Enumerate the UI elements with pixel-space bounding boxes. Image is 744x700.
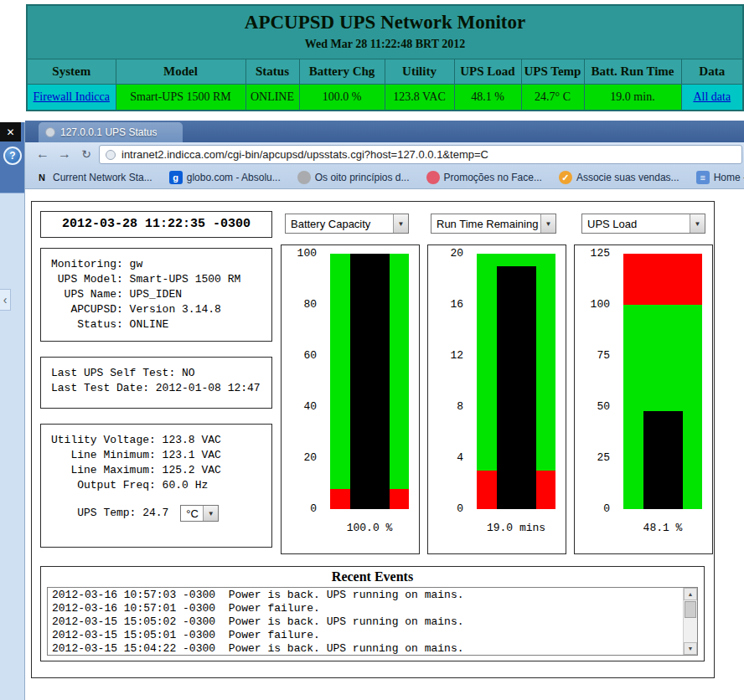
gauge-tick-label: 80 — [285, 298, 317, 311]
status-cell: ONLINE — [245, 85, 299, 111]
gauge-tick-label: 0 — [578, 502, 610, 515]
col-header-model: Model — [116, 59, 245, 85]
utility-cell: 123.8 VAC — [385, 85, 454, 111]
all-data-link[interactable]: All data — [693, 90, 731, 103]
bookmark-label: Home - Googl — [714, 172, 744, 183]
gauge-tick-label: 100 — [285, 247, 317, 260]
bookmark-item[interactable]: Os oito princípios d... — [297, 171, 410, 184]
forward-button[interactable]: → — [55, 145, 74, 163]
selftest-info-box: Last UPS Self Test: NO Last Test Date: 2… — [40, 357, 272, 409]
gauge-value-bar — [643, 411, 683, 509]
gauge-runtime-remaining: 048121620 19.0 mins — [427, 244, 566, 554]
col-header-data: Data — [681, 59, 743, 85]
gauge-axis: 0255075100125 — [578, 245, 610, 553]
url-text: intranet2.indicca.com/cgi-bin/apcupsd/up… — [121, 148, 488, 161]
question-icon: ? — [9, 150, 15, 162]
page-content: 2012-03-28 11:22:35 -0300 Battery Capaci… — [25, 189, 744, 700]
col-header-status: Status — [245, 59, 299, 85]
gauge-select-1[interactable]: Battery Capacity ▼ — [285, 214, 409, 234]
load-cell: 48.1 % — [454, 85, 521, 111]
reload-button[interactable]: ↻ — [77, 145, 96, 163]
bookmark-favicon: ✓ — [559, 171, 572, 184]
gauge-tick-label: 50 — [578, 400, 610, 413]
tab-favicon — [45, 127, 55, 137]
ups-temp-label: UPS Temp: 24.7 — [51, 506, 175, 521]
chevron-down-icon[interactable]: ▼ — [393, 214, 408, 233]
close-window-button[interactable]: ✕ — [0, 122, 21, 142]
utility-info-box: Utility Voltage: 123.8 VAC Line Minimum:… — [40, 424, 272, 548]
scroll-up-button[interactable]: ▲ — [684, 588, 697, 600]
temp-cell: 24.7° C — [521, 85, 584, 111]
events-scrollbar[interactable]: ▲ ▼ — [683, 588, 697, 655]
gauge-bar — [330, 254, 409, 509]
browser-toolbar: ← → ↻ intranet2.indicca.com/cgi-bin/apcu… — [25, 142, 744, 167]
gauge-zone — [623, 254, 702, 305]
gauge-value-label: 19.0 mins — [477, 522, 555, 534]
gauge-tick-label: 4 — [431, 451, 463, 464]
recent-events-title: Recent Events — [41, 569, 704, 584]
gauge-tick-label: 60 — [285, 349, 317, 362]
system-link[interactable]: Firewall Indicca — [34, 90, 110, 103]
monitor-info-text: Monitoring: gw UPS Model: Smart-UPS 1500… — [51, 257, 261, 332]
ups-temp-row: UPS Temp: 24.7 °C ▼ — [51, 505, 261, 522]
panel-collapse-button[interactable]: ‹ — [0, 289, 11, 311]
chevron-down-icon[interactable]: ▼ — [540, 214, 555, 233]
gauge-battery-capacity: 020406080100 100.0 % — [281, 244, 420, 554]
bookmark-favicon: ≡ — [696, 171, 710, 184]
gauge-tick-label: 8 — [431, 400, 463, 413]
bookmark-label: Os oito princípios d... — [315, 172, 410, 183]
gauge-value-bar — [350, 254, 390, 509]
bookmark-item[interactable]: Promoções no Face... — [426, 171, 542, 184]
events-text: 2012-03-16 10:57:03 -0300 Power is back.… — [48, 588, 697, 656]
temp-unit-select[interactable]: °C ▼ — [180, 505, 219, 522]
model-cell: Smart-UPS 1500 RM — [116, 85, 245, 111]
help-button[interactable]: ? — [3, 147, 22, 165]
chevron-down-icon[interactable]: ▼ — [203, 506, 218, 521]
gauge-tick-label: 40 — [285, 400, 317, 413]
gauge-select-3-value: UPS Load — [582, 218, 690, 230]
col-header-temp: UPS Temp — [521, 59, 584, 85]
bookmark-item[interactable]: gglobo.com - Absolu... — [169, 171, 281, 184]
tab-title: 127.0.0.1 UPS Status — [60, 126, 157, 138]
browser-tab[interactable]: 127.0.0.1 UPS Status — [39, 122, 183, 142]
chevron-down-icon[interactable]: ▼ — [690, 214, 705, 233]
bookmark-label: Associe suas vendas... — [576, 172, 679, 183]
bookmark-item[interactable]: NCurrent Network Sta... — [35, 171, 152, 184]
bookmark-favicon: g — [169, 171, 183, 184]
triangle-up-icon: ▲ — [688, 591, 694, 597]
col-header-battery: Battery Chg — [299, 59, 385, 85]
scrollbar-thumb[interactable] — [685, 601, 696, 618]
events-log[interactable]: 2012-03-16 10:57:03 -0300 Power is back.… — [47, 587, 698, 656]
gauge-select-3[interactable]: UPS Load ▼ — [581, 214, 705, 234]
bookmark-favicon — [297, 171, 311, 184]
gauge-select-1-value: Battery Capacity — [286, 218, 393, 230]
bookmark-item[interactable]: ✓Associe suas vendas... — [559, 171, 679, 184]
bookmark-favicon — [426, 171, 440, 184]
gauge-tick-label: 100 — [578, 298, 610, 311]
chevron-left-icon: ‹ — [3, 293, 8, 306]
back-button[interactable]: ← — [34, 145, 52, 163]
timestamp-box: 2012-03-28 11:22:35 -0300 — [40, 211, 272, 238]
triangle-down-icon: ▼ — [688, 646, 694, 651]
recent-events-panel: Recent Events 2012-03-16 10:57:03 -0300 … — [40, 566, 705, 661]
utility-info-text: Utility Voltage: 123.8 VAC Line Minimum:… — [51, 433, 261, 493]
gauge-select-2-value: Run Time Remaining — [431, 218, 540, 230]
gauge-bar — [623, 254, 702, 509]
bookmark-item[interactable]: ≡Home - Googl — [696, 171, 744, 184]
bookmark-favicon: N — [35, 171, 49, 184]
monitor-date: Wed Mar 28 11:22:48 BRT 2012 — [28, 38, 742, 51]
bookmark-label: Promoções no Face... — [444, 172, 542, 183]
bookmark-label: Current Network Sta... — [53, 172, 152, 183]
gauge-tick-label: 125 — [578, 247, 610, 260]
ups-monitor-table: APCUPSD UPS Network Monitor Wed Mar 28 1… — [26, 4, 744, 111]
system-cell: Firewall Indicca — [27, 85, 116, 111]
gauge-tick-label: 20 — [285, 451, 317, 464]
scroll-down-button[interactable]: ▼ — [684, 642, 697, 655]
gauge-ups-load: 0255075100125 48.1 % — [574, 244, 713, 554]
gauge-tick-label: 0 — [431, 502, 463, 515]
address-bar[interactable]: intranet2.indicca.com/cgi-bin/apcupsd/up… — [99, 145, 742, 164]
col-header-utility: Utility — [385, 59, 454, 85]
gauge-axis: 048121620 — [431, 245, 463, 553]
gauge-tick-label: 12 — [431, 349, 463, 362]
gauge-select-2[interactable]: Run Time Remaining ▼ — [431, 214, 556, 234]
